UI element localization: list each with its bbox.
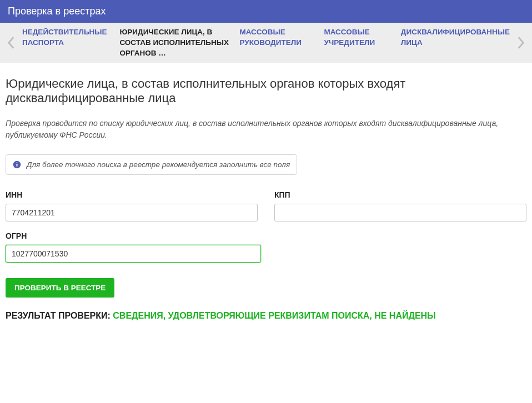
chevron-left-icon [7,36,15,49]
tab-mass-directors[interactable]: МАССОВЫЕ РУКОВОДИТЕЛИ [239,27,315,59]
tabs-next-arrow[interactable] [510,29,532,57]
tab-invalid-passports[interactable]: НЕДЕЙСТВИТЕЛЬНЫЕ ПАСПОРТА [22,27,111,59]
field-group-inn: ИНН [6,190,258,221]
header-title: Проверка в реестрах [8,6,106,17]
ogrn-label: ОГРН [6,231,261,240]
tab-mass-founders[interactable]: МАССОВЫЕ УЧРЕДИТЕЛИ [324,27,392,59]
inn-label: ИНН [6,190,258,199]
page-description: Проверка проводится по списку юридически… [6,118,526,141]
info-box: Для более точного поиска в реестре реком… [6,154,297,175]
tab-disqualified-persons[interactable]: ДИСКВАЛИФИЦИРОВАННЫЕ ЛИЦА [401,27,510,59]
check-registry-button[interactable]: ПРОВЕРИТЬ В РЕЕСТРЕ [6,278,114,298]
field-group-kpp: КПП [274,190,526,221]
inn-input[interactable] [6,204,258,221]
result-label: РЕЗУЛЬТАТ ПРОВЕРКИ: [6,311,113,320]
result-value: СВЕДЕНИЯ, УДОВЛЕТВОРЯЮЩИЕ РЕКВИЗИТАМ ПОИ… [113,311,435,320]
tab-legal-entities-disqualified[interactable]: ЮРИДИЧЕСКИЕ ЛИЦА, В СОСТАВ ИСПОЛНИТЕЛЬНЫ… [119,27,230,59]
field-group-ogrn: ОГРН [6,231,261,263]
info-icon [13,160,21,169]
info-text: Для более точного поиска в реестре реком… [27,160,290,169]
tabs-container: НЕДЕЙСТВИТЕЛЬНЫЕ ПАСПОРТА ЮРИДИЧЕСКИЕ ЛИ… [22,27,510,59]
tabs-prev-arrow[interactable] [0,29,22,57]
form-row-1: ИНН КПП [6,190,526,221]
form-row-2: ОГРН [6,231,526,263]
chevron-right-icon [517,36,525,49]
kpp-input[interactable] [274,204,526,221]
svg-point-1 [16,162,17,163]
content-area: Юридические лица, в состав исполнительны… [0,63,532,326]
ogrn-input[interactable] [6,245,261,263]
result-line: РЕЗУЛЬТАТ ПРОВЕРКИ: СВЕДЕНИЯ, УДОВЛЕТВОР… [6,311,526,321]
page-title: Юридические лица, в состав исполнительны… [6,77,526,105]
tabs-bar: НЕДЕЙСТВИТЕЛЬНЫЕ ПАСПОРТА ЮРИДИЧЕСКИЕ ЛИ… [0,23,532,63]
page-header: Проверка в реестрах [0,0,532,23]
svg-rect-2 [17,164,18,167]
kpp-label: КПП [274,190,526,199]
